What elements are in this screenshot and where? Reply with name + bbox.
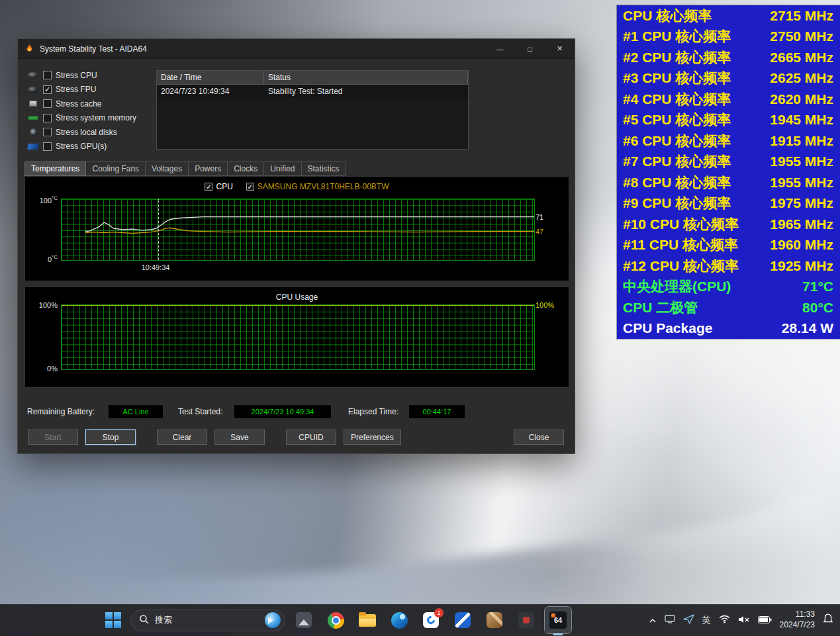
log-header-row: Date / Time Status <box>157 71 468 85</box>
stress-option[interactable]: Stress local disks <box>27 125 157 140</box>
taskbar-clock[interactable]: 11:33 2024/7/23 <box>780 610 815 630</box>
taskbar-app-messaging[interactable]: 1 <box>418 607 444 633</box>
osd-sensor-row: #1 CPU 核心频率 2750 MHz <box>617 26 840 48</box>
blue-app-icon <box>455 612 471 628</box>
stress-checkbox[interactable] <box>43 114 52 122</box>
minimize-button[interactable]: — <box>485 39 515 59</box>
tab[interactable]: Clocks <box>227 161 264 176</box>
y-max-value: 100 <box>40 197 52 204</box>
taskbar-app-edge[interactable] <box>386 607 412 633</box>
osd-sensor-label: #3 CPU 核心频率 <box>623 69 731 87</box>
ime-indicator[interactable]: 英 <box>702 614 711 626</box>
legend-checkbox-cpu[interactable] <box>205 183 212 191</box>
close-window-button[interactable]: ✕ <box>545 39 575 59</box>
usage-current-value: 100% <box>536 301 555 309</box>
tray-display-icon[interactable] <box>665 614 675 626</box>
aida64-flame-icon <box>24 44 34 54</box>
log-row[interactable]: 2024/7/23 10:49:34 Stability Test: Start… <box>157 85 468 99</box>
windows-logo-icon <box>105 612 121 628</box>
osd-sensor-row: #10 CPU 核心频率 1965 MHz <box>617 214 840 235</box>
dialog-button[interactable]: Stop <box>85 430 136 445</box>
tab[interactable]: Temperatures <box>24 161 86 176</box>
desktop: CPU 核心频率 2715 MHz #1 CPU 核心频率 2750 MHz #… <box>0 0 840 636</box>
legend-checkbox-ssd[interactable] <box>246 183 254 191</box>
stress-option[interactable]: Stress system memory <box>27 111 157 126</box>
search-icon <box>139 614 149 626</box>
tab-label: Statistics <box>308 164 340 173</box>
osd-sensor-row: #7 CPU 核心频率 1955 MHz <box>617 152 840 173</box>
stress-option[interactable]: Stress FPU <box>27 83 157 97</box>
volume-muted-icon[interactable] <box>738 614 750 626</box>
y-axis-min-label: 0°C <box>28 254 58 263</box>
taskbar-app-photos[interactable] <box>291 607 317 633</box>
button-label: CPUID <box>299 433 323 442</box>
tab-label: Clocks <box>234 164 257 173</box>
taskbar-app-blue[interactable] <box>449 607 476 633</box>
taskbar: 搜索 1 64 <box>0 604 840 636</box>
window-title: System Stability Test - AIDA64 <box>40 44 147 54</box>
usage-chart-title: CPU Usage <box>25 293 569 302</box>
wifi-icon[interactable] <box>719 614 730 626</box>
search-placeholder-text: 搜索 <box>155 614 172 626</box>
taskbar-app-dark[interactable] <box>513 607 539 633</box>
stress-option[interactable]: Stress CPU <box>27 68 157 83</box>
legend-label-ssd: SAMSUNG MZVL81T0HELB-00BTW <box>257 182 389 191</box>
clock-time: 11:33 <box>780 610 815 620</box>
tab-label: Unified <box>270 164 295 173</box>
tab[interactable]: Statistics <box>301 161 346 176</box>
stress-checkbox[interactable] <box>43 142 52 151</box>
notification-badge: 1 <box>434 608 443 617</box>
hardware-icon <box>27 71 39 79</box>
taskbar-app-brown[interactable] <box>481 607 508 633</box>
legend-item-cpu: CPU <box>205 182 232 191</box>
tab[interactable]: Unified <box>263 161 301 176</box>
search-box[interactable]: 搜索 <box>130 610 285 631</box>
dialog-button[interactable]: Preferences <box>344 430 401 445</box>
dialog-button[interactable]: Start <box>28 430 78 445</box>
osd-sensor-label: #4 CPU 核心频率 <box>623 90 731 109</box>
dialog-button[interactable]: Close <box>514 430 564 445</box>
osd-sensor-value: 1955 MHz <box>770 175 833 191</box>
start-button[interactable] <box>101 607 125 633</box>
osd-sensor-label: #6 CPU 核心频率 <box>623 132 731 150</box>
stress-option[interactable]: Stress cache <box>27 97 157 111</box>
tab[interactable]: Powers <box>188 161 228 176</box>
tab[interactable]: Cooling Fans <box>85 161 146 176</box>
dialog-button[interactable]: Save <box>214 430 265 445</box>
cpu-current-value: 71 <box>536 213 555 221</box>
stress-option[interactable]: Stress GPU(s) <box>27 140 157 154</box>
dialog-button[interactable]: CPUID <box>286 430 336 445</box>
stress-checkbox[interactable] <box>43 71 52 79</box>
osd-sensor-value: 1955 MHz <box>770 154 833 169</box>
taskbar-app-aida64[interactable]: 64 <box>545 607 571 633</box>
battery-value-field: AC Line <box>108 404 163 419</box>
notification-center-icon[interactable] <box>823 613 833 627</box>
taskbar-app-chrome[interactable] <box>322 607 349 633</box>
stress-checkbox[interactable] <box>43 99 52 108</box>
paper-plane-icon[interactable] <box>683 614 694 627</box>
dialog-button[interactable]: Clear <box>157 430 207 445</box>
elapsed-time-label: Elapsed Time: <box>348 407 398 416</box>
stress-option-label: Stress system memory <box>56 113 136 122</box>
tab[interactable]: Voltages <box>145 161 189 176</box>
osd-sensor-row: #3 CPU 核心频率 2625 MHz <box>617 68 840 89</box>
legend-item-ssd: SAMSUNG MZVL81T0HELB-00BTW <box>246 182 389 191</box>
event-log-table: Date / Time Status 2024/7/23 10:49:34 St… <box>156 70 469 150</box>
button-label: Clear <box>173 433 192 442</box>
tray-chevron-up-icon[interactable] <box>649 614 657 626</box>
log-column-status: Status <box>264 71 468 84</box>
osd-sensor-value: 1965 MHz <box>770 216 833 232</box>
button-label: Close <box>529 433 549 442</box>
osd-sensor-row: CPU Package 28.14 W <box>617 318 840 340</box>
taskbar-app-file-explorer[interactable] <box>354 607 381 633</box>
hardware-icon <box>27 142 39 150</box>
stress-checkbox[interactable] <box>43 85 52 94</box>
osd-sensor-value: 2625 MHz <box>770 70 833 86</box>
osd-sensor-label: CPU 二极管 <box>623 298 698 317</box>
tab-label: Cooling Fans <box>92 164 139 173</box>
stress-option-label: Stress cache <box>56 99 101 109</box>
battery-icon[interactable] <box>758 614 772 626</box>
stress-checkbox[interactable] <box>43 128 52 136</box>
maximize-button[interactable]: □ <box>515 39 545 59</box>
cpu-usage-graph-panel: CPU Usage 100% 0% 100% <box>24 287 569 388</box>
